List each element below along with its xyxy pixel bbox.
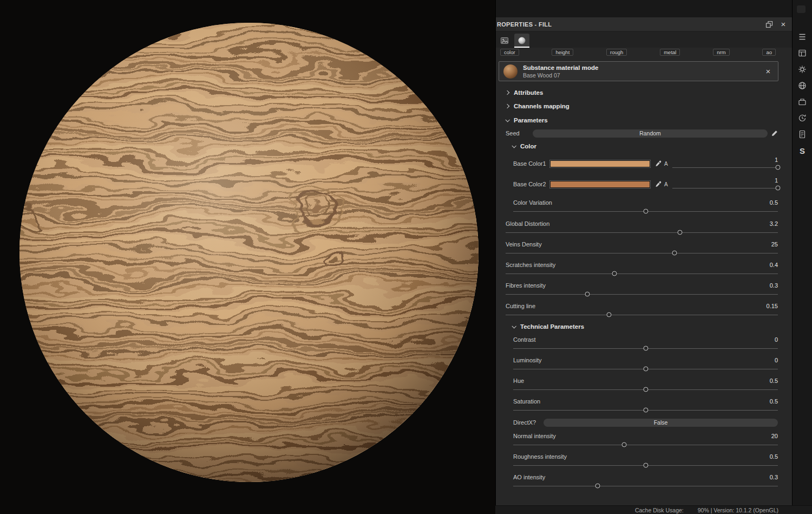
chevron-down-icon [512, 144, 516, 148]
version-info: 90% | Version: 10.1.2 (OpenGL) [698, 507, 778, 513]
application-window: ROPERTIES - FILL × [0, 0, 812, 514]
ao-intensity-slider[interactable] [513, 482, 778, 489]
param-saturation: Saturation 0.5 [501, 395, 778, 415]
eyedropper-icon[interactable] [655, 160, 662, 167]
directx-label: DirectX? [513, 419, 543, 426]
panel-header: ROPERTIES - FILL × [496, 17, 792, 31]
slider-handle[interactable] [677, 230, 682, 235]
channel-metal-button[interactable]: metal [660, 49, 680, 56]
slider-handle[interactable] [643, 387, 648, 392]
viewport-3d[interactable] [0, 0, 495, 514]
section-attributes[interactable]: Attributes [501, 86, 778, 99]
substance-logo-icon[interactable]: S [796, 144, 809, 157]
section-channels-mapping[interactable]: Channels mapping [501, 99, 778, 113]
history-clock-icon[interactable] [796, 112, 809, 125]
texture-set-list-icon[interactable] [796, 30, 809, 43]
image-icon [500, 36, 509, 45]
base-color1-label: Base Color1 [513, 160, 550, 167]
chevron-down-icon [512, 324, 516, 328]
param-veins-density: Veins Density 25 [501, 238, 778, 258]
slider-handle[interactable] [612, 271, 617, 276]
slider-handle[interactable] [585, 291, 590, 296]
fill-mode-toolbar [496, 31, 792, 48]
substance-material-box[interactable]: Substance material mode Base Wood 07 × [499, 61, 778, 81]
subsection-technical-parameters[interactable]: Technical Parameters [501, 320, 778, 333]
param-luminosity: Luminosity 0 [501, 354, 778, 374]
scratches-intensity-slider[interactable] [506, 270, 778, 277]
close-icon[interactable]: × [779, 20, 788, 29]
param-hue: Hue 0.5 [501, 374, 778, 395]
fibres-intensity-slider[interactable] [506, 290, 778, 297]
directx-row: DirectX? False [501, 415, 778, 430]
luminosity-slider[interactable] [513, 365, 778, 372]
channel-rough-button[interactable]: rough [606, 49, 627, 56]
material-remove-icon[interactable]: × [764, 67, 772, 76]
edit-pencil-icon[interactable] [771, 130, 778, 136]
slider-handle[interactable] [776, 165, 781, 170]
param-fibres-intensity: Fibres intensity 0.3 [501, 279, 778, 300]
slider-handle[interactable] [643, 463, 648, 467]
seed-label: Seed [506, 130, 533, 136]
material-mode-button[interactable] [514, 34, 529, 48]
base-color2-label: Base Color2 [513, 181, 550, 187]
eyedropper-icon[interactable] [655, 181, 662, 187]
material-thumbnail [503, 64, 518, 79]
undock-icon[interactable] [765, 20, 774, 29]
sphere-icon [517, 36, 527, 45]
base-color2-swatch[interactable] [550, 181, 650, 188]
roughness-intensity-slider[interactable] [513, 461, 778, 469]
slider-handle[interactable] [672, 250, 677, 255]
texture-set-settings-gear-icon[interactable] [796, 63, 809, 76]
base-color1-swatch[interactable] [550, 160, 650, 167]
directx-toggle-button[interactable]: False [543, 419, 778, 427]
param-ao-intensity: AO intensity 0.3 [501, 471, 778, 491]
layers-panel-icon[interactable] [796, 47, 809, 60]
slider-handle[interactable] [643, 346, 648, 350]
param-contrast: Contrast 0 [501, 333, 778, 354]
saturation-slider[interactable] [513, 406, 778, 413]
chevron-down-icon [505, 118, 509, 122]
alpha-slider[interactable] [672, 184, 778, 191]
param-scratches-intensity: Scratches intensity 0.4 [501, 258, 778, 279]
material-preview-sphere[interactable] [0, 0, 495, 514]
channel-toggle-row: color height rough metal nrm ao [496, 48, 792, 56]
fill-image-mode-button[interactable] [497, 34, 512, 48]
subsection-color[interactable]: Color [501, 139, 778, 153]
slider-handle[interactable] [595, 483, 600, 488]
alpha-value: 1 [672, 157, 778, 164]
chevron-right-icon [505, 90, 509, 95]
collapsed-panel-tab[interactable] [797, 5, 806, 13]
material-name: Base Wood 07 [523, 72, 753, 79]
channel-height-button[interactable]: height [552, 49, 573, 56]
slider-handle[interactable] [643, 209, 648, 213]
right-dock-strip: S [792, 0, 812, 514]
slider-handle[interactable] [643, 407, 648, 412]
panel-title: ROPERTIES - FILL [497, 21, 552, 28]
contrast-slider[interactable] [513, 344, 778, 352]
color-variation-slider[interactable] [513, 207, 778, 214]
seed-random-button[interactable]: Random [533, 129, 768, 138]
shelf-box-icon[interactable] [796, 95, 809, 108]
chevron-right-icon [505, 104, 509, 108]
base-color2-row: Base Color2 A 1 [501, 174, 778, 194]
channel-ao-button[interactable]: ao [762, 49, 776, 56]
cutting-line-slider[interactable] [506, 311, 778, 318]
log-document-icon[interactable] [796, 128, 809, 141]
channel-nrm-button[interactable]: nrm [713, 49, 729, 56]
seed-row: Seed Random [501, 127, 778, 139]
slider-handle[interactable] [622, 442, 627, 447]
status-bar: Cache Disk Usage: 90% | Version: 10.1.2 … [495, 505, 812, 514]
slider-handle[interactable] [607, 312, 612, 317]
alpha-slider[interactable] [672, 164, 778, 171]
veins-density-slider[interactable] [506, 249, 778, 256]
channel-color-button[interactable]: color [500, 49, 519, 56]
panel-body: Attributes Channels mapping Parameters S… [496, 81, 792, 514]
section-parameters[interactable]: Parameters [501, 113, 778, 127]
slider-handle[interactable] [776, 185, 781, 190]
display-settings-globe-icon[interactable] [796, 79, 809, 92]
global-distortion-slider[interactable] [506, 229, 778, 236]
panel-top-strip [496, 0, 792, 17]
hue-slider[interactable] [513, 386, 778, 393]
normal-intensity-slider[interactable] [513, 441, 778, 448]
slider-handle[interactable] [643, 366, 648, 371]
